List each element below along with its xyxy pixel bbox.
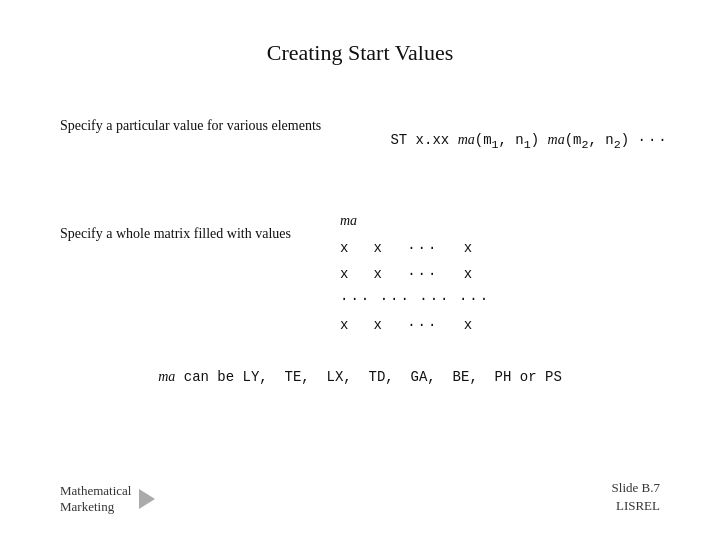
section1-label: Specify a particular value for various e…: [60, 116, 340, 134]
footer-text-left: Mathematical Marketing: [60, 483, 131, 515]
footer-arrow-icon: [139, 489, 155, 509]
footer: Mathematical Marketing Slide B.7 LISREL: [60, 479, 660, 515]
section2-label: Specify a whole matrix filled with value…: [60, 208, 340, 242]
footer-right: Slide B.7 LISREL: [612, 479, 660, 515]
section1-code: ST x.xx ma(m1, n1) ma(m2, n2) ···: [340, 116, 669, 168]
page: Creating Start Values Specify a particul…: [0, 0, 720, 540]
footer-left: Mathematical Marketing: [60, 483, 155, 515]
page-title: Creating Start Values: [60, 40, 660, 66]
section1: Specify a particular value for various e…: [60, 116, 660, 168]
section2: Specify a whole matrix filled with value…: [60, 208, 660, 339]
matrix-name: ma: [340, 208, 490, 234]
bottom-text: ma can be LY, TE, LX, TD, GA, BE, PH or …: [60, 369, 660, 385]
